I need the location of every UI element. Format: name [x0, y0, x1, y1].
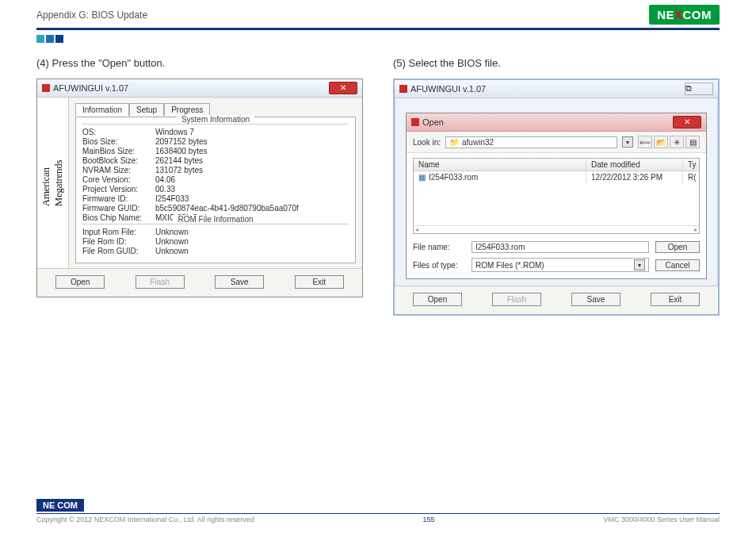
close-icon[interactable]: ✕	[673, 116, 701, 128]
open-dialog-title: Open	[422, 117, 444, 127]
group-sysinfo: System Information	[82, 124, 349, 125]
step-5-text: (5) Select the BIOS file.	[393, 57, 720, 69]
new-folder-icon[interactable]: ✳	[670, 136, 684, 148]
afuwingui-window: AFUWINGUI v.1.07 ✕ AmericanMegatrends In…	[36, 79, 363, 297]
window-control[interactable]: ⧉	[685, 82, 713, 95]
views-icon[interactable]: ▤	[685, 136, 700, 148]
row-firmware-id: Firmware ID:I254F033	[82, 194, 349, 203]
filetype-label: Files of type:	[413, 261, 465, 270]
open-dialog-titlebar: Open ✕	[407, 113, 706, 132]
tab-setup[interactable]: Setup	[129, 103, 164, 116]
file-row[interactable]: ▦I254F033.rom 12/22/2012 3:26 PM R(	[414, 171, 699, 183]
open-button[interactable]: Open	[655, 241, 700, 253]
content: (4) Press the "Open" button. AFUWINGUI v…	[0, 43, 756, 316]
exit-button[interactable]: Exit	[295, 275, 344, 289]
row-bootblock: BootBlock Size:262144 bytes	[82, 156, 349, 165]
folder-icon: 📁	[449, 138, 459, 147]
open-button[interactable]: Open	[413, 293, 462, 306]
app-icon	[42, 84, 50, 92]
file-list-body[interactable]: ▦I254F033.rom 12/22/2012 3:26 PM R(	[414, 171, 699, 225]
flash-button[interactable]: Flash	[136, 275, 185, 289]
row-core-ver: Core Version:04.06	[82, 175, 349, 184]
row-file-rom-id: File Rom ID:Unknown	[82, 237, 349, 246]
step-4-text: (4) Press the "Open" button.	[36, 57, 363, 69]
nexcom-logo: NEXCOM	[649, 5, 720, 25]
row-mainbios: MainBios Size:1638400 bytes	[82, 147, 349, 155]
col-date[interactable]: Date modified	[586, 159, 683, 171]
filename-row: File name: I254F033.rom Open	[407, 239, 706, 255]
filetype-select[interactable]: ROM Files (*.ROM) ▾	[472, 258, 649, 272]
lookin-folder: afuwin32	[462, 138, 494, 147]
col-type[interactable]: Ty	[683, 159, 699, 171]
manual-name: VMC 3000/4000 Series User Manual	[603, 516, 720, 523]
row-input-rom: Input Rom File:Unknown	[82, 228, 349, 236]
file-name: I254F033.rom	[429, 173, 478, 182]
page-header: Appendix G: BIOS Update NEXCOM	[0, 0, 756, 28]
logo-post: COM	[683, 8, 712, 21]
chevron-down-icon[interactable]: ▾	[622, 136, 633, 148]
file-date: 12/22/2012 3:26 PM	[586, 171, 683, 183]
file-list-header: Name Date modified Ty	[414, 159, 699, 171]
back-icon[interactable]: ⟸	[638, 136, 652, 148]
group-rominfo: ROM File Information	[82, 224, 349, 224]
save-button[interactable]: Save	[571, 293, 620, 306]
titlebar: AFUWINGUI v.1.07 ⧉	[395, 80, 718, 98]
titlebar: AFUWINGUI v.1.07 ✕	[37, 79, 362, 98]
logo-mid: X	[674, 8, 683, 21]
appendix-title: Appendix G: BIOS Update	[36, 10, 147, 21]
window-title: AFUWINGUI v.1.07	[410, 84, 486, 94]
row-os: OS:Windows 7	[82, 128, 349, 136]
flash-button[interactable]: Flash	[492, 293, 541, 306]
button-row-bg: Open Flash Save Exit	[395, 286, 718, 314]
page-footer: NE COM Copyright © 2012 NEXCOM Internati…	[36, 499, 720, 523]
exit-button[interactable]: Exit	[651, 293, 700, 306]
toolbar-icons: ⟸ 📂 ✳ ▤	[638, 136, 700, 148]
button-row: Open Flash Save Exit	[37, 268, 362, 297]
file-type: R(	[683, 171, 699, 183]
info-panel: System Information OS:Windows 7 Bios Siz…	[75, 117, 356, 263]
filename-input[interactable]: I254F033.rom	[472, 241, 649, 253]
lookin-row: Look in: 📁 afuwin32 ▾ ⟸ 📂 ✳ ▤	[407, 132, 706, 153]
afuwingui-window-bg: AFUWINGUI v.1.07 ⧉ Open ✕ Look in:	[393, 79, 720, 316]
filetype-row: Files of type: ROM Files (*.ROM) ▾ Cance…	[407, 255, 706, 278]
row-file-rom-guid: File Rom GUID:Unknown	[82, 247, 349, 255]
page-number: 155	[423, 516, 435, 523]
cancel-button[interactable]: Cancel	[655, 259, 700, 271]
up-folder-icon[interactable]: 📂	[654, 136, 668, 148]
save-button[interactable]: Save	[215, 275, 264, 289]
chevron-down-icon[interactable]: ▾	[634, 259, 645, 270]
file-list: Name Date modified Ty ▦I254F033.rom 12/2…	[413, 158, 700, 234]
ami-sidebar-logo: AmericanMegatrends	[37, 98, 69, 268]
right-column: (5) Select the BIOS file. AFUWINGUI v.1.…	[393, 57, 720, 316]
app-icon	[411, 118, 419, 126]
open-dialog: Open ✕ Look in: 📁 afuwin32 ▾ ⟸ �	[406, 113, 707, 279]
tab-information[interactable]: Information	[75, 103, 129, 116]
file-icon: ▦	[418, 173, 426, 182]
tab-strip: Information Setup Progress	[75, 102, 356, 115]
decor-squares	[36, 35, 756, 43]
close-icon[interactable]: ✕	[329, 82, 357, 94]
window-title: AFUWINGUI v.1.07	[53, 83, 128, 93]
row-proj-ver: Project Version:00.33	[82, 185, 349, 194]
lookin-select[interactable]: 📁 afuwin32	[445, 136, 617, 148]
left-column: (4) Press the "Open" button. AFUWINGUI v…	[36, 57, 363, 316]
col-name[interactable]: Name	[414, 159, 586, 171]
app-icon	[399, 85, 407, 93]
filename-label: File name:	[413, 243, 465, 251]
lookin-label: Look in:	[413, 138, 441, 147]
scrollbar[interactable]: ◂▸	[414, 225, 699, 233]
tab-progress[interactable]: Progress	[164, 103, 210, 116]
footer-logo: NE COM	[36, 499, 84, 512]
row-bios-size: Bios Size:2097152 bytes	[82, 137, 349, 146]
copyright: Copyright © 2012 NEXCOM International Co…	[36, 516, 254, 523]
header-rule	[36, 28, 720, 30]
logo-pre: NE	[657, 8, 674, 21]
row-firmware-guid: Firmware GUID:b5c590874eac-4b41-9d80790b…	[82, 204, 349, 213]
open-button[interactable]: Open	[55, 275, 105, 289]
row-nvram: NVRAM Size:131072 bytes	[82, 166, 349, 174]
